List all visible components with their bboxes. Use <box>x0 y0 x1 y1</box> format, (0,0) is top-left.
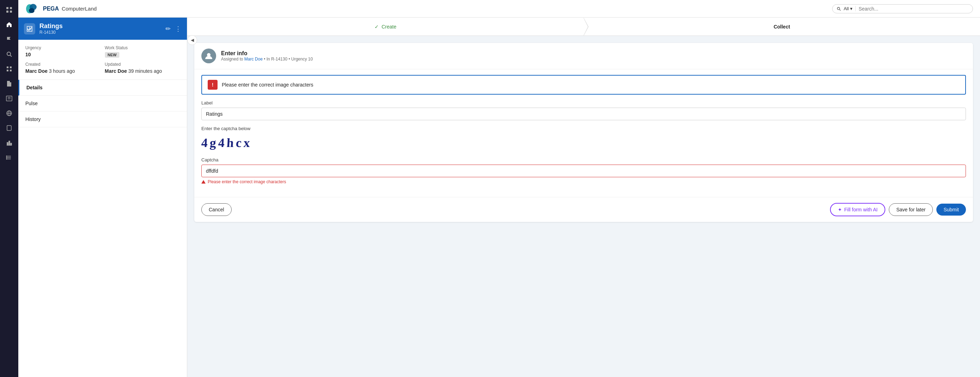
captcha-error-text: Please enter the correct image character… <box>208 179 286 184</box>
sidebar-navigation: Details Pulse History <box>18 80 187 127</box>
svg-point-24 <box>6 156 7 157</box>
nav-chart-icon[interactable] <box>3 136 16 149</box>
svg-rect-7 <box>10 67 12 68</box>
left-navigation <box>0 0 18 377</box>
svg-point-26 <box>6 158 7 159</box>
case-ref-link: R-14130 <box>271 57 287 62</box>
nav-item-details[interactable]: Details <box>18 80 187 96</box>
form-body: Label Enter the captcha below 4g4hcx Cap… <box>194 100 973 197</box>
nav-home-icon[interactable] <box>3 18 16 31</box>
save-for-later-button[interactable]: Save for later <box>889 203 933 216</box>
svg-rect-2 <box>6 11 8 13</box>
svg-rect-20 <box>11 143 12 145</box>
svg-rect-10 <box>6 96 12 101</box>
urgency-label: Urgency <box>25 45 101 50</box>
form-title: Enter info <box>221 50 313 57</box>
nav-book-icon[interactable] <box>3 122 16 134</box>
sidebar-panel: Ratings R-14130 ✏ ⋮ Urgency 10 Work Stat… <box>18 17 187 377</box>
app-name: PEGA <box>43 6 59 12</box>
fill-form-ai-button[interactable]: ✦ Fill form with AI <box>830 203 885 216</box>
step-create: ✓ Create <box>187 17 584 35</box>
nav-grid-icon[interactable] <box>3 3 16 16</box>
nav-network-icon[interactable] <box>3 107 16 120</box>
svg-point-30 <box>837 7 840 10</box>
alert-box: ! Please enter the correct image charact… <box>201 75 966 95</box>
svg-rect-6 <box>7 67 8 68</box>
search-input[interactable] <box>859 6 968 12</box>
sparkle-icon: ✦ <box>838 207 842 212</box>
submit-button[interactable]: Submit <box>936 204 966 215</box>
step-create-label: Create <box>382 24 396 30</box>
work-status-badge: NEW <box>105 52 120 58</box>
user-avatar <box>201 49 216 63</box>
captcha-section: Enter the captcha below 4g4hcx <box>201 126 966 152</box>
search-filter-dropdown[interactable]: All ▾ <box>844 6 856 11</box>
svg-rect-0 <box>6 7 8 9</box>
svg-point-29 <box>29 8 35 13</box>
svg-point-4 <box>7 52 11 55</box>
sidebar-header-icon <box>24 23 35 35</box>
collapse-sidebar-button[interactable]: ◀ <box>187 35 197 45</box>
sidebar-header: Ratings R-14130 ✏ ⋮ <box>18 17 187 40</box>
edit-icon[interactable]: ✏ <box>165 25 171 33</box>
form-card: Enter info Assigned to Marc Doe • In R-1… <box>194 43 973 222</box>
svg-rect-1 <box>10 7 12 9</box>
nav-item-history[interactable]: History <box>18 111 187 127</box>
captcha-field-label: Captcha <box>201 157 966 163</box>
captcha-input[interactable] <box>201 165 966 177</box>
svg-rect-8 <box>7 70 8 71</box>
search-bar: All ▾ <box>832 4 973 13</box>
captcha-section-label: Enter the captcha below <box>201 126 966 131</box>
company-name: ComputerLand <box>62 6 97 12</box>
case-metadata: Urgency 10 Work Status NEW Created Marc … <box>18 40 187 80</box>
pega-logo-icon <box>25 3 40 14</box>
nav-flag-icon[interactable] <box>3 33 16 46</box>
svg-line-31 <box>840 10 841 11</box>
nav-item-pulse[interactable]: Pulse <box>18 96 187 111</box>
alert-message: Please enter the correct image character… <box>222 82 313 87</box>
svg-rect-9 <box>10 70 12 71</box>
error-triangle-icon <box>201 180 205 184</box>
search-icon <box>837 6 841 11</box>
content-area: Ratings R-14130 ✏ ⋮ Urgency 10 Work Stat… <box>18 17 980 377</box>
label-field-label: Label <box>201 100 966 106</box>
nav-list-icon[interactable] <box>3 151 16 164</box>
case-title: Ratings <box>40 22 63 30</box>
nav-doc-icon[interactable] <box>3 78 16 90</box>
nav-news-icon[interactable] <box>3 92 16 105</box>
updated-label: Updated <box>105 62 180 67</box>
nav-search-icon[interactable] <box>3 48 16 60</box>
step-collect: Collect <box>584 17 980 35</box>
logo-area: PEGA ComputerLand <box>25 3 97 14</box>
form-footer: Cancel ✦ Fill form with AI Save for late… <box>194 197 973 222</box>
more-icon[interactable]: ⋮ <box>175 25 181 33</box>
captcha-error-message: Please enter the correct image character… <box>201 179 966 184</box>
steps-bar: ✓ Create Collect <box>187 17 980 36</box>
nav-apps-icon[interactable] <box>3 63 16 75</box>
created-label: Created <box>25 62 101 67</box>
case-id: R-14130 <box>40 30 63 35</box>
cancel-button[interactable]: Cancel <box>201 203 232 216</box>
updated-by[interactable]: Marc Doe <box>105 68 127 74</box>
svg-point-25 <box>6 157 7 158</box>
captcha-field-group: Captcha Please enter the correct image c… <box>201 157 966 184</box>
created-time: 3 hours ago <box>49 68 75 74</box>
top-header: PEGA ComputerLand All ▾ <box>18 0 980 17</box>
svg-rect-19 <box>9 141 10 145</box>
captcha-image: 4g4hcx <box>201 134 253 152</box>
step-collect-label: Collect <box>774 24 790 30</box>
main-area: PEGA ComputerLand All ▾ <box>18 0 980 377</box>
updated-time: 39 minutes ago <box>128 68 162 74</box>
work-status-label: Work Status <box>105 45 180 50</box>
main-panel: ◀ ✓ Create Collect <box>187 17 980 377</box>
created-by[interactable]: Marc Doe <box>25 68 48 74</box>
step-create-check-icon: ✓ <box>375 24 379 30</box>
label-input[interactable] <box>201 108 966 120</box>
form-subtitle: Assigned to Marc Doe • In R-14130 • Urge… <box>221 57 313 62</box>
footer-right-actions: ✦ Fill form with AI Save for later Submi… <box>830 203 966 216</box>
urgency-info: Urgency 10 <box>291 57 313 62</box>
label-field-group: Label <box>201 100 966 120</box>
svg-rect-18 <box>7 143 8 145</box>
assigned-to-link[interactable]: Marc Doe <box>244 57 262 62</box>
form-header: Enter info Assigned to Marc Doe • In R-1… <box>194 43 973 69</box>
